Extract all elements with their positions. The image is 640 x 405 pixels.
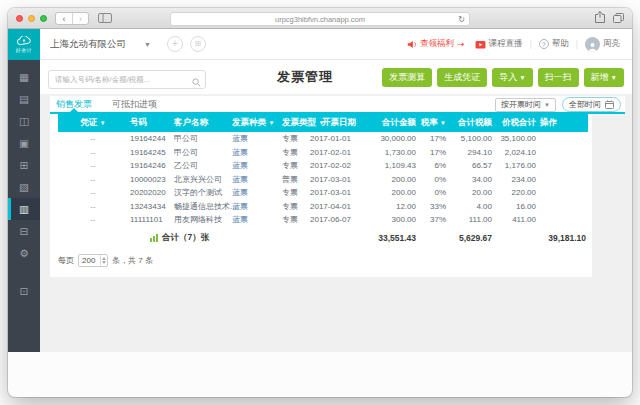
- tab-deductible-input[interactable]: 可抵扣进项: [112, 96, 157, 112]
- date-range-picker[interactable]: 全部时间: [562, 97, 621, 112]
- col-invoice-kind[interactable]: 发票种类 ▼: [230, 114, 280, 132]
- search-input[interactable]: [48, 70, 206, 89]
- cell-date: 2017-06-07: [308, 213, 370, 227]
- promo-label: 查领福利: [420, 38, 454, 50]
- refresh-icon[interactable]: ↻: [458, 13, 465, 26]
- col-invoice-type[interactable]: 发票类型 ▼: [280, 114, 308, 132]
- sidebar-nav: ▦▤◫▣⊞▧▥⊟⚙⊡: [8, 60, 40, 352]
- add-company-button[interactable]: +: [167, 36, 183, 52]
- table-row[interactable]: --19164246乙公司蓝票专票2017-02-021,109.436%66.…: [58, 159, 588, 173]
- cell-kind: 蓝票: [230, 173, 280, 187]
- user-name: 周亮: [603, 38, 620, 50]
- sidebar-item-voucher[interactable]: ▤: [8, 88, 40, 110]
- cell-customer: 甲公司: [172, 146, 230, 160]
- add-new-button[interactable]: 新增▼: [584, 68, 624, 87]
- table-row[interactable]: --10000023北京兴兴公司蓝票普票2017-03-01200.000%34…: [58, 173, 588, 187]
- promo-link[interactable]: 查领福利 ⇢: [407, 38, 465, 50]
- company-selector[interactable]: 上海允动有限公司 ▼: [50, 38, 151, 51]
- app-body: ▦▤◫▣⊞▧▥⊟⚙⊡ 发票管理 发票测算 生成凭证 导入▼: [8, 60, 632, 352]
- back-button[interactable]: ‹: [56, 13, 72, 24]
- cell-voucher: --: [58, 173, 128, 187]
- cell-type: 专票: [280, 186, 308, 200]
- live-label: 课程直播: [489, 38, 523, 50]
- stepper-buttons[interactable]: [100, 255, 107, 266]
- sidebar-item-assets[interactable]: ▧: [8, 176, 40, 198]
- cell-amount: 1,730.00: [370, 146, 418, 160]
- action-buttons: 发票测算 生成凭证 导入▼ 扫一扫 新增▼: [382, 68, 624, 87]
- totals-amount: 33,551.43: [370, 227, 418, 247]
- sidebar-item-checkout[interactable]: ⊡: [8, 280, 40, 302]
- cell-total: 2,024.10: [494, 146, 538, 160]
- cell-actions: [538, 132, 588, 146]
- sidebar-item-invoice[interactable]: ▥: [8, 198, 40, 220]
- app-logo[interactable]: 好会计: [8, 29, 40, 60]
- tabs-overview-icon[interactable]: [613, 9, 624, 27]
- sort-by-date-dropdown[interactable]: 按开票时间▼: [495, 98, 556, 112]
- chevron-down-icon: ▼: [544, 102, 550, 108]
- sidebar-item-funds[interactable]: ⊞: [8, 154, 40, 176]
- active-tab-pointer: [70, 108, 78, 112]
- user-menu[interactable]: 周亮: [585, 37, 620, 52]
- share-icon[interactable]: [595, 9, 605, 27]
- table-row[interactable]: --19164245甲公司蓝票专票2017-02-011,730.0017%29…: [58, 146, 588, 160]
- zoom-window-button[interactable]: [40, 15, 47, 22]
- cell-tax: 4.00: [448, 200, 494, 214]
- divider: |: [576, 39, 578, 49]
- generate-voucher-button[interactable]: 生成凭证: [437, 68, 487, 87]
- logo-text: 好会计: [16, 47, 33, 53]
- chevron-down-icon: ▼: [519, 74, 525, 81]
- help-link[interactable]: ? 帮助: [539, 38, 569, 50]
- sidebar-item-ledger[interactable]: ▣: [8, 132, 40, 154]
- sidebar-item-reports[interactable]: ◫: [8, 110, 40, 132]
- table-row[interactable]: --19164244甲公司蓝票专票2017-01-0130,000.0017%5…: [58, 132, 588, 146]
- cell-rate: 17%: [418, 132, 448, 146]
- table-row[interactable]: --11111101用友网络科技蓝票专票2017-06-07300.0037%1…: [58, 213, 588, 227]
- cell-date: 2017-03-01: [308, 186, 370, 200]
- pagination: 每页 条，共 7 条: [58, 249, 588, 273]
- avatar: [585, 37, 600, 52]
- scan-button[interactable]: 扫一扫: [538, 68, 579, 87]
- per-page-control: [78, 254, 108, 267]
- cell-tax: 5,100.00: [448, 132, 494, 146]
- app-header: 好会计 上海允动有限公司 ▼ + ⊞ 查领福利 ⇢ 课程直播 |: [8, 29, 632, 60]
- cell-actions: [538, 159, 588, 173]
- sidebar-item-overview[interactable]: ▦: [8, 66, 40, 88]
- cell-number: 13243434: [128, 200, 172, 214]
- cell-kind: 蓝票: [230, 186, 280, 200]
- table-row[interactable]: --20202020汉字的个测试蓝票专票2017-03-01200.000%20…: [58, 186, 588, 200]
- invoice-calc-button[interactable]: 发票测算: [382, 68, 432, 87]
- col-amount: 合计金额: [370, 114, 418, 132]
- minimize-window-button[interactable]: [28, 15, 35, 22]
- cell-number: 10000023: [128, 173, 172, 187]
- bar-chart-icon: [150, 233, 158, 242]
- cell-tax: 294.10: [448, 146, 494, 160]
- cell-total: 1,176.00: [494, 159, 538, 173]
- table-row[interactable]: --13243434畅捷通信息技术...蓝票专票2017-04-0112.003…: [58, 200, 588, 214]
- cell-kind: 蓝票: [230, 200, 280, 214]
- page-title: 发票管理: [240, 68, 370, 86]
- cell-date: 2017-02-01: [308, 146, 370, 160]
- import-button[interactable]: 导入▼: [492, 68, 532, 87]
- apps-grid-button[interactable]: ⊞: [190, 36, 206, 52]
- col-voucher[interactable]: 凭证 ▼: [58, 114, 128, 132]
- col-tax: 合计税额: [448, 114, 494, 132]
- close-window-button[interactable]: [16, 15, 23, 22]
- cell-type: 普票: [280, 173, 308, 187]
- sidebar-item-salary[interactable]: ⊟: [8, 220, 40, 242]
- overview-icon: ▦: [19, 72, 29, 83]
- browser-window: ‹ › urpcg3hibfvn.chanapp.com ↻: [8, 8, 632, 397]
- forward-button[interactable]: ›: [72, 13, 88, 24]
- cell-number: 20202020: [128, 186, 172, 200]
- col-total: 价税合计: [494, 114, 538, 132]
- cell-tax: 34.00: [448, 173, 494, 187]
- search-icon[interactable]: [192, 73, 201, 91]
- col-tax-rate[interactable]: 税率 ▼: [418, 114, 448, 132]
- sidebar-item-settings[interactable]: ⚙: [8, 242, 40, 264]
- ledger-icon: ▣: [19, 138, 29, 149]
- col-customer: 客户名称: [172, 114, 230, 132]
- url-bar[interactable]: urpcg3hibfvn.chanapp.com ↻: [170, 12, 470, 26]
- cell-rate: 37%: [418, 213, 448, 227]
- live-course-link[interactable]: 课程直播: [475, 38, 523, 50]
- sidebar-toggle-icon[interactable]: [98, 13, 112, 23]
- cell-tax: 20.00: [448, 186, 494, 200]
